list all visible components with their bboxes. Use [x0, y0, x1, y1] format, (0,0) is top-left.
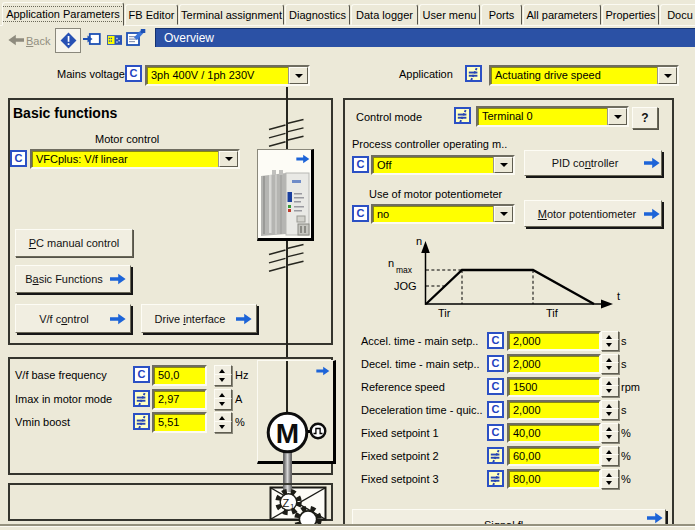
- svg-text:M: M: [276, 418, 299, 449]
- svg-text:t: t: [617, 290, 620, 302]
- svg-text:n: n: [388, 257, 394, 269]
- svg-text:Z: Z: [283, 497, 290, 509]
- svg-text:Tir: Tir: [438, 307, 451, 319]
- svg-text:JOG: JOG: [394, 280, 417, 292]
- svg-text:1: 1: [290, 502, 295, 511]
- svg-text:Tif: Tif: [546, 307, 559, 319]
- svg-text:max: max: [396, 265, 413, 275]
- svg-text:n: n: [416, 236, 422, 247]
